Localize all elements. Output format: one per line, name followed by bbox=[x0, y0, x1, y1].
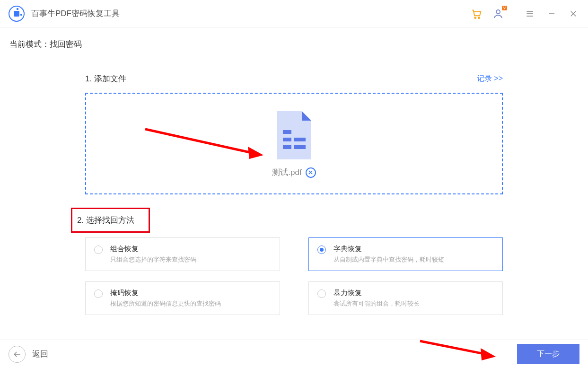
svg-line-19 bbox=[420, 341, 484, 354]
back-button[interactable]: 返回 bbox=[9, 346, 48, 363]
svg-point-0 bbox=[474, 17, 476, 18]
menu-icon[interactable] bbox=[524, 8, 536, 20]
svg-point-1 bbox=[478, 17, 480, 18]
remove-file-button[interactable] bbox=[306, 167, 316, 178]
svg-line-9 bbox=[145, 129, 252, 153]
option-desc: 只组合您选择的字符来查找密码 bbox=[110, 255, 196, 264]
current-mode: 当前模式：找回密码 bbox=[9, 39, 579, 50]
step1-title: 1. 添加文件 bbox=[85, 73, 126, 84]
option-name: 组合恢复 bbox=[110, 245, 196, 254]
footer: 返回 下一步 bbox=[0, 340, 588, 368]
svg-point-2 bbox=[496, 10, 500, 14]
option-combination[interactable]: 组合恢复 只组合您选择的字符来查找密码 bbox=[85, 237, 280, 271]
app-logo-icon bbox=[9, 6, 25, 22]
annotation-arrow-icon bbox=[143, 127, 266, 165]
option-mask[interactable]: 掩码恢复 根据您所知道的密码信息更快的查找密码 bbox=[85, 281, 280, 315]
user-icon[interactable]: V bbox=[492, 8, 504, 20]
file-icon bbox=[273, 109, 315, 161]
titlebar: 百事牛PDF密码恢复工具 V bbox=[0, 0, 588, 27]
mode-label: 当前模式： bbox=[9, 40, 50, 49]
radio-icon bbox=[317, 289, 326, 298]
svg-rect-12 bbox=[283, 138, 291, 141]
next-button[interactable]: 下一步 bbox=[517, 344, 579, 364]
back-label: 返回 bbox=[32, 349, 48, 359]
radio-icon bbox=[317, 245, 326, 254]
svg-rect-14 bbox=[283, 145, 291, 149]
app-title: 百事牛PDF密码恢复工具 bbox=[31, 8, 120, 19]
step2-title: 2. 选择找回方法 bbox=[77, 215, 134, 226]
minimize-icon[interactable] bbox=[545, 8, 558, 20]
option-name: 掩码恢复 bbox=[110, 289, 221, 298]
option-bruteforce[interactable]: 暴力恢复 尝试所有可能的组合，耗时较长 bbox=[308, 281, 503, 315]
option-desc: 尝试所有可能的组合，耗时较长 bbox=[333, 299, 420, 308]
option-name: 字典恢复 bbox=[333, 245, 444, 254]
svg-rect-11 bbox=[283, 130, 291, 134]
option-dictionary[interactable]: 字典恢复 从自制或内置字典中查找密码，耗时较短 bbox=[308, 237, 503, 271]
svg-rect-13 bbox=[294, 138, 306, 141]
file-name: 测试.pdf bbox=[272, 167, 301, 178]
svg-marker-20 bbox=[481, 348, 496, 360]
svg-marker-10 bbox=[248, 147, 263, 159]
annotation-arrow-icon bbox=[418, 339, 498, 361]
svg-rect-15 bbox=[294, 145, 306, 149]
cart-icon[interactable] bbox=[470, 8, 483, 20]
radio-icon bbox=[94, 245, 103, 254]
back-arrow-icon bbox=[9, 346, 26, 363]
option-desc: 从自制或内置字典中查找密码，耗时较短 bbox=[333, 255, 444, 264]
drop-zone[interactable]: 测试.pdf bbox=[85, 93, 503, 194]
divider bbox=[514, 9, 514, 19]
step2-highlight-box: 2. 选择找回方法 bbox=[71, 208, 150, 233]
option-desc: 根据您所知道的密码信息更快的查找密码 bbox=[110, 299, 221, 308]
vip-badge: V bbox=[502, 6, 507, 10]
mode-value: 找回密码 bbox=[50, 40, 82, 49]
radio-icon bbox=[94, 289, 103, 298]
option-name: 暴力恢复 bbox=[333, 289, 420, 298]
close-icon[interactable] bbox=[567, 8, 579, 20]
history-link[interactable]: 记录 >> bbox=[477, 74, 503, 84]
recovery-options: 组合恢复 只组合您选择的字符来查找密码 字典恢复 从自制或内置字典中查找密码，耗… bbox=[85, 237, 503, 315]
